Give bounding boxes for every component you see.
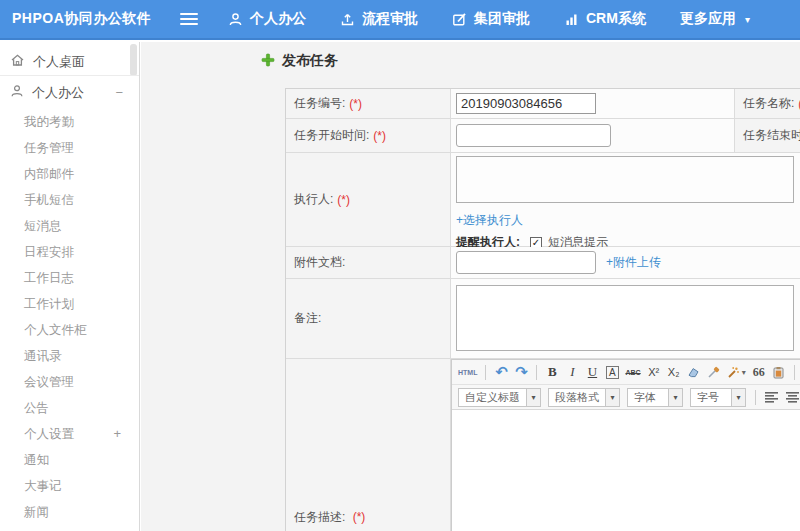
attachment-upload-link[interactable]: +附件上传 <box>606 254 661 271</box>
paragraph-format-dropdown[interactable]: 段落格式 ▾ <box>548 388 620 407</box>
caret-down-icon: ▾ <box>605 389 619 406</box>
sidebar-item-personal-files[interactable]: 个人文件柜 <box>0 317 139 343</box>
expand-icon[interactable]: + <box>113 421 121 447</box>
end-time-label: 任务结束时间: <box>743 127 800 144</box>
top-nav: 个人办公 流程审批 集团审批 CRM系统 更多应用 ▾ <box>228 10 750 28</box>
rich-text-editor: HTML ↶ ↷ B I U A ABC X² X₂ <box>451 359 800 531</box>
sidebar-item-my-attendance[interactable]: 我的考勤 <box>0 109 139 135</box>
nav-more-apps[interactable]: 更多应用 ▾ <box>680 10 750 28</box>
task-name-label: 任务名称: <box>743 95 794 112</box>
menu-toggle-icon[interactable] <box>180 13 198 25</box>
superscript-button[interactable]: X² <box>647 363 661 381</box>
bold-button[interactable]: B <box>545 363 559 381</box>
description-row: 任务描述: (*) HTML ↶ ↷ B I <box>286 359 800 531</box>
start-time-input[interactable] <box>456 124 611 147</box>
sidebar-item-work-plan[interactable]: 工作计划 <box>0 291 139 317</box>
sidebar-item-personal-office[interactable]: 个人办公 − <box>0 76 139 109</box>
nav-crm[interactable]: CRM系统 <box>564 10 646 28</box>
edit-icon <box>452 12 467 27</box>
remark-row: 备注: <box>286 279 800 359</box>
task-number-input[interactable] <box>456 93 596 114</box>
sidebar-item-internal-mail[interactable]: 内部邮件 <box>0 161 139 187</box>
app-logo: PHPOA协同办公软件 <box>0 10 180 28</box>
required-mark: (*) <box>349 97 362 111</box>
sidebar-item-contacts[interactable]: 通讯录 <box>0 343 139 369</box>
required-mark: (*) <box>337 193 350 207</box>
nav-group-approval[interactable]: 集团审批 <box>452 10 530 28</box>
italic-button[interactable]: I <box>565 363 579 381</box>
attachment-label: 附件文档: <box>294 254 345 271</box>
underline-button[interactable]: U <box>585 363 599 381</box>
autotypeset-icon[interactable]: ▾ <box>727 363 746 381</box>
user-icon <box>10 84 24 101</box>
sidebar-item-meeting-management[interactable]: 会议管理 <box>0 369 139 395</box>
sidebar-item-personal-settings[interactable]: 个人设置 + <box>0 421 139 447</box>
caret-down-icon: ▾ <box>668 389 682 406</box>
sidebar-item-mobile-sms[interactable]: 手机短信 <box>0 187 139 213</box>
redo-button[interactable]: ↷ <box>514 363 528 381</box>
workflow-icon <box>340 12 355 27</box>
description-label: 任务描述: <box>294 510 345 524</box>
subscript-button[interactable]: X₂ <box>667 363 681 381</box>
undo-button[interactable]: ↶ <box>494 363 508 381</box>
sidebar-item-announcement[interactable]: 公告 <box>0 395 139 421</box>
sidebar-item-news[interactable]: 新闻 <box>0 499 139 525</box>
eraser-icon[interactable] <box>687 363 701 381</box>
caret-down-icon: ▾ <box>745 14 750 25</box>
page-title: 发布任务 <box>261 52 338 70</box>
sidebar-item-vote[interactable]: 投票管理 <box>0 525 139 531</box>
sidebar: 个人桌面 个人办公 − 我的考勤 任务管理 内部邮件 手机短信 短消息 日程安排… <box>0 42 140 531</box>
editor-toolbar: HTML ↶ ↷ B I U A ABC X² X₂ <box>452 360 800 410</box>
custom-title-dropdown[interactable]: 自定义标题 ▾ <box>458 388 541 407</box>
font-family-dropdown[interactable]: 字体 ▾ <box>627 388 683 407</box>
sidebar-item-personal-desktop[interactable]: 个人桌面 <box>0 48 139 76</box>
remark-textarea[interactable] <box>456 285 794 351</box>
task-number-row: 任务编号: (*) 任务名称: (*) <box>286 89 800 119</box>
sidebar-item-work-log[interactable]: 工作日志 <box>0 265 139 291</box>
sidebar-item-task-management[interactable]: 任务管理 <box>0 135 139 161</box>
home-icon <box>10 53 25 70</box>
editor-content-area[interactable] <box>452 410 800 531</box>
publish-task-form: 任务编号: (*) 任务名称: (*) 任务开始时间: (*) 任务结束时间: <box>285 88 800 531</box>
sidebar-item-notice[interactable]: 通知 <box>0 447 139 473</box>
format-brush-icon[interactable] <box>707 363 721 381</box>
sidebar-item-short-message[interactable]: 短消息 <box>0 213 139 239</box>
caret-down-icon: ▾ <box>742 368 746 377</box>
main-content: 发布任务 任务编号: (*) 任务名称: (*) 任务开始时间: (*) <box>141 42 800 531</box>
blockquote-button[interactable]: 66 <box>752 363 766 381</box>
required-mark: (*) <box>353 510 366 524</box>
align-left-icon[interactable] <box>765 388 779 406</box>
nav-personal-office[interactable]: 个人办公 <box>228 10 306 28</box>
align-center-icon[interactable] <box>786 388 800 406</box>
task-time-row: 任务开始时间: (*) 任务结束时间: (*) <box>286 119 800 153</box>
sidebar-item-events[interactable]: 大事记 <box>0 473 139 499</box>
executor-label: 执行人: <box>294 191 333 208</box>
start-time-label: 任务开始时间: <box>294 127 369 144</box>
bar-chart-icon <box>564 12 579 27</box>
font-border-button[interactable]: A <box>606 366 619 379</box>
top-header: PHPOA协同办公软件 个人办公 流程审批 集团审批 CRM系统 <box>0 0 800 40</box>
choose-executor-link[interactable]: +选择执行人 <box>456 213 523 227</box>
caret-down-icon: ▾ <box>526 389 540 406</box>
required-mark: (*) <box>373 129 386 143</box>
nav-workflow-approval[interactable]: 流程审批 <box>340 10 418 28</box>
task-number-label: 任务编号: <box>294 95 345 112</box>
add-icon <box>261 53 275 70</box>
font-size-dropdown[interactable]: 字号 ▾ <box>690 388 746 407</box>
collapse-icon[interactable]: − <box>115 85 123 100</box>
sidebar-item-schedule[interactable]: 日程安排 <box>0 239 139 265</box>
html-source-button[interactable]: HTML <box>458 363 477 381</box>
attachment-row: 附件文档: +附件上传 <box>286 247 800 279</box>
remark-label: 备注: <box>294 310 321 327</box>
caret-down-icon: ▾ <box>731 389 745 406</box>
executor-textarea[interactable] <box>456 156 794 203</box>
user-icon <box>228 12 243 27</box>
attachment-input[interactable] <box>456 251 596 274</box>
executor-row: 执行人: (*) +选择执行人 提醒执行人: ✓ 短消息提示 <box>286 153 800 247</box>
paste-icon[interactable] <box>772 363 786 381</box>
strikethrough-button[interactable]: ABC <box>625 363 640 381</box>
